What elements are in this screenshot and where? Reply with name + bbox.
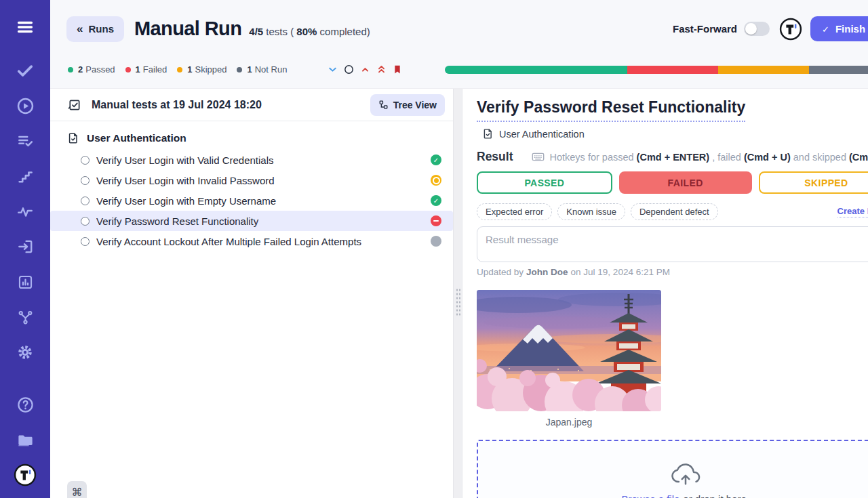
browse-file-link[interactable]: Browse a file	[621, 493, 679, 498]
test-title: Verify Password Reset Functionality	[477, 98, 745, 122]
test-status-icon	[431, 195, 441, 206]
sidebar-logo-button[interactable]	[10, 461, 40, 489]
tree-view-label: Tree View	[393, 100, 437, 110]
skipped-button[interactable]: SKIPPED	[759, 171, 868, 194]
sidebar-item-help[interactable]	[10, 391, 40, 418]
fast-forward-toggle[interactable]	[744, 22, 770, 36]
keyboard-icon	[532, 152, 545, 162]
progress-not-run-segment	[809, 66, 868, 74]
sidebar-item-reports[interactable]	[10, 268, 40, 295]
result-header: Result Hotkeys for passed(Cmd + ENTER), …	[477, 150, 868, 164]
sidebar-item-runs[interactable]	[10, 92, 40, 119]
circle-marker-button[interactable]	[340, 62, 357, 77]
suite-row[interactable]: User Authentication	[50, 130, 453, 146]
bar-chart-icon	[17, 274, 34, 291]
cloud-upload-icon	[669, 460, 702, 487]
progress-failed-segment	[627, 66, 718, 74]
tests-list: Verify User Login with Valid Credentials…	[50, 150, 453, 251]
test-row[interactable]: Verify User Login with Valid Credentials	[50, 150, 453, 170]
checklist-icon	[67, 98, 81, 112]
steps-icon	[17, 168, 34, 185]
app-logo-icon	[779, 18, 802, 41]
sidebar-item-branches[interactable]	[10, 304, 40, 331]
header-logo-button[interactable]	[779, 18, 802, 41]
sidebar-bottom	[10, 383, 40, 489]
tag-dependent-defect[interactable]: Dependent defect	[631, 203, 718, 220]
test-row[interactable]: Verify User Login with Invalid Password	[50, 170, 453, 190]
hotkeys-hint-button[interactable]: ⌘	[67, 481, 87, 498]
progress-passed-segment	[445, 66, 627, 74]
radio-icon[interactable]	[81, 176, 90, 185]
activity-icon	[16, 203, 34, 220]
status-buttons: PASSED FAILED SKIPPED	[477, 171, 868, 194]
collapse-button[interactable]	[324, 62, 340, 77]
test-row[interactable]: Verify User Login with Empty Username	[50, 190, 453, 211]
jump-top-button[interactable]	[373, 62, 389, 77]
test-name: Verify Password Reset Functionality	[96, 215, 431, 227]
menu-button[interactable]	[10, 14, 40, 41]
radio-icon[interactable]	[81, 196, 90, 205]
test-row[interactable]: Verify Account Lockout After Multiple Fa…	[50, 231, 453, 251]
sidebar-item-settings[interactable]	[10, 339, 40, 366]
check-icon	[822, 23, 835, 35]
sidebar-item-milestones[interactable]	[10, 163, 40, 190]
tests-count: 4/5	[249, 26, 263, 37]
run-progress-summary: 4/5 tests ( 80% completed)	[249, 26, 370, 37]
breadcrumb[interactable]: User Authentication	[477, 128, 868, 140]
folder-icon	[16, 431, 35, 449]
panel-resize-handle[interactable]	[453, 89, 462, 498]
test-status-icon	[431, 154, 441, 165]
chevrons-up-icon	[376, 64, 387, 75]
test-row[interactable]: Verify Password Reset Functionality	[50, 211, 453, 231]
jump-up-button[interactable]	[357, 62, 373, 77]
radio-icon[interactable]	[81, 237, 90, 246]
run-controls	[324, 62, 406, 77]
document-icon	[67, 132, 79, 144]
check-icon	[16, 62, 34, 79]
toggle-knob	[745, 23, 757, 35]
attachment-image[interactable]	[477, 290, 661, 411]
tests-panel: Manual tests at 19 Jul 2024 18:20 Tree V…	[50, 89, 453, 498]
grip-dots-icon	[456, 288, 460, 316]
result-message-input[interactable]	[477, 226, 868, 262]
sidebar-item-tests[interactable]	[10, 57, 40, 84]
finish-run-button[interactable]: Finish Run	[810, 16, 868, 41]
list-check-icon	[16, 132, 34, 150]
chevron-up-icon	[359, 64, 371, 75]
branch-icon	[17, 309, 34, 326]
sidebar-nav	[10, 57, 40, 374]
tag-known-issue[interactable]: Known issue	[557, 203, 625, 220]
radio-icon[interactable]	[81, 156, 90, 165]
radio-icon[interactable]	[81, 217, 90, 226]
top-bar: Runs Manual Run 4/5 tests ( 80% complete…	[50, 0, 868, 58]
failed-button[interactable]: FAILED	[619, 171, 752, 194]
failed-dot-icon	[125, 67, 131, 72]
create-defect-link[interactable]: Create Defect	[837, 206, 868, 217]
tree-view-button[interactable]: Tree View	[370, 94, 445, 116]
suite-title: User Authentication	[87, 132, 186, 144]
tree-icon	[378, 100, 389, 110]
sidebar-item-import[interactable]	[10, 233, 40, 260]
circle-icon	[343, 64, 355, 75]
sidebar-item-analytics[interactable]	[10, 198, 40, 225]
file-dropzone[interactable]: Browse a fileor drop it here. Click here…	[477, 440, 868, 498]
sidebar-item-plans[interactable]	[10, 127, 40, 154]
app-logo-icon	[14, 463, 37, 486]
panels: Manual tests at 19 Jul 2024 18:20 Tree V…	[50, 88, 868, 498]
passed-button[interactable]: PASSED	[477, 171, 612, 194]
tags-row: Expected error Known issue Dependent def…	[477, 203, 868, 220]
tag-expected-error[interactable]: Expected error	[477, 203, 552, 220]
sidebar-item-projects[interactable]	[10, 426, 40, 453]
play-circle-icon	[16, 97, 35, 115]
test-detail-panel: Verify Password Reset Functionality User…	[462, 89, 868, 498]
bookmark-button[interactable]	[389, 62, 406, 77]
bookmark-icon	[392, 64, 403, 75]
progress-skipped-segment	[718, 66, 809, 74]
hotkeys-hint: Hotkeys for passed(Cmd + ENTER), failed(…	[532, 152, 868, 163]
attachment: Japan.jpeg	[477, 290, 661, 428]
not-run-dot-icon	[237, 67, 242, 72]
back-to-runs-button[interactable]: Runs	[66, 16, 124, 42]
legend-skipped: 1Skipped	[177, 64, 226, 75]
skipped-dot-icon	[177, 67, 182, 72]
test-name: Verify User Login with Invalid Password	[96, 175, 431, 186]
